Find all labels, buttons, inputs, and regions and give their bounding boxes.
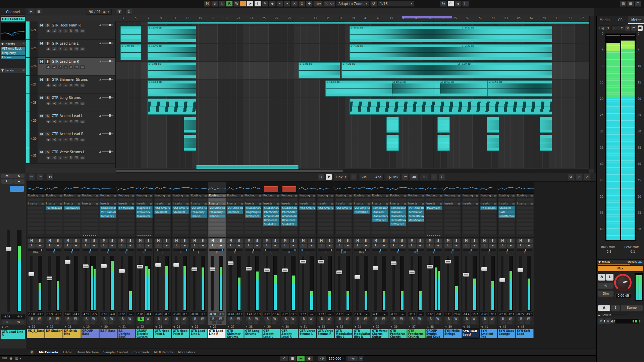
channel-solo-button[interactable]: S	[109, 239, 116, 243]
pan-value[interactable]: C	[226, 251, 244, 254]
inserts-rack-header[interactable]: Inserts▤	[208, 202, 226, 206]
track-control-icon[interactable]: ●	[46, 83, 51, 87]
track-control-icon[interactable]: e	[58, 47, 62, 51]
channel-solo-button[interactable]: S	[344, 239, 352, 243]
insert-slot-empty[interactable]	[64, 222, 80, 226]
automation-write-button[interactable]: W	[290, 317, 297, 321]
channel-mute-button[interactable]: M	[463, 239, 470, 243]
automation-write-button[interactable]: W	[417, 317, 423, 321]
track-header[interactable]: ∿30 MS GTR Accent Lead R ◢ ●◄)e∞RW▤	[26, 130, 115, 148]
channel-listen-button[interactable]: L	[444, 244, 452, 248]
lower-zone-tab-modulators[interactable]: Modulators	[178, 351, 195, 354]
insert-slot-empty[interactable]	[517, 222, 533, 226]
mixer-channel-43[interactable]: Routing▤ Inserts▤ MS Le C -8.85 -19.6 RW…	[516, 182, 534, 338]
audio-event[interactable]	[184, 135, 196, 151]
track-lane[interactable]	[116, 98, 589, 116]
bypass-eq-icon[interactable]	[127, 321, 131, 324]
channel-fader[interactable]	[229, 256, 232, 311]
channel-name-label[interactable]: GTR Modulation Hits L	[335, 329, 353, 338]
insert-slot-empty[interactable]	[136, 218, 153, 222]
routing-slot[interactable]	[100, 198, 116, 202]
peak-db-value[interactable]: -∞	[308, 312, 316, 316]
channel-name-label[interactable]: GTR Accent Lead R	[280, 329, 298, 338]
insert-slot-empty[interactable]	[46, 210, 62, 214]
channel-mute-button[interactable]: M	[481, 239, 488, 243]
insert-slot-empty[interactable]	[191, 222, 207, 226]
track-control-icon[interactable]: ●	[46, 29, 51, 33]
channel-curve-display[interactable]	[262, 182, 280, 194]
routing-slot[interactable]	[154, 198, 171, 202]
channel-solo-button[interactable]: S	[145, 239, 153, 243]
bypass-inserts-icon[interactable]	[375, 321, 379, 324]
bypass-eq-icon[interactable]	[326, 321, 331, 324]
bypass-eq-icon[interactable]	[163, 321, 168, 324]
inserts-rack-header[interactable]: Inserts▤	[27, 202, 45, 206]
channel-mute-button[interactable]: M	[245, 239, 253, 243]
routing-slot[interactable]	[517, 198, 533, 202]
insert-slot-vst-amp-rack[interactable]: VST Amp Rack	[335, 206, 352, 210]
mixer-open-external-icon[interactable]: ⇗	[576, 174, 582, 180]
quantize-option-icon-2[interactable]: e	[455, 1, 462, 7]
bypass-inserts-icon[interactable]	[266, 321, 271, 324]
insert-slot-empty[interactable]	[191, 230, 207, 234]
routing-slot[interactable]	[426, 198, 442, 202]
channel-curve-display[interactable]	[136, 182, 153, 194]
routing-rack-header[interactable]: Routing▤	[371, 194, 389, 198]
channel-solo-button[interactable]: S	[91, 239, 98, 243]
insert-slot-empty[interactable]	[118, 230, 135, 234]
left-strip-e-button[interactable]: e	[13, 179, 25, 184]
peak-db-value[interactable]: -∞	[417, 312, 425, 316]
channel-name-label[interactable]: SYN Bell Lead	[462, 329, 479, 338]
insert-slot-empty[interactable]	[100, 222, 116, 226]
channel-edit-button[interactable]: e	[235, 244, 243, 248]
automation-write-button[interactable]: W	[72, 317, 79, 321]
pan-slider[interactable]	[463, 249, 478, 251]
fader-db-value[interactable]: -9.95	[118, 312, 126, 316]
channel-edit-button[interactable]: e	[308, 244, 316, 248]
glue-tool[interactable]: ~	[284, 1, 290, 7]
bypass-eq-icon[interactable]	[199, 321, 204, 324]
channel-fader[interactable]	[356, 256, 359, 311]
insert-slot-reverence[interactable]: REVerence	[281, 218, 298, 222]
channel-listen-button[interactable]: L	[426, 244, 434, 248]
stop-button[interactable]: ■	[289, 356, 296, 361]
insert-slot-vst-bass-amp[interactable]: VST Bass Amp	[100, 210, 116, 214]
pan-slider[interactable]	[227, 249, 243, 251]
insert-slot-empty[interactable]	[118, 214, 135, 218]
mixer-channel-34[interactable]: Routing▤ Inserts▤ VST Amp RackREVelation…	[353, 182, 371, 338]
pan-slider[interactable]	[246, 249, 261, 251]
track-control-icon[interactable]: ◄)	[52, 120, 57, 123]
pan-slider[interactable]	[427, 249, 442, 251]
automation-read-button[interactable]: R	[337, 317, 343, 321]
channel-solo-button[interactable]: S	[290, 239, 298, 243]
insert-slot-empty[interactable]	[28, 222, 44, 226]
global-m-button[interactable]: M	[204, 1, 211, 7]
track-control-icon[interactable]: ∞	[63, 65, 68, 69]
channel-solo-button[interactable]: S	[308, 239, 316, 243]
insert-slot-empty[interactable]	[444, 218, 461, 222]
track-color-tab[interactable]	[26, 76, 30, 94]
mixer-channel-35[interactable]: Routing▤ Inserts▤ CompressorStudioEQStud…	[371, 182, 389, 338]
mixer-channel-20[interactable]: Routing▤ Inserts▤ CompressorVST Bass Amp…	[99, 182, 117, 338]
channel-eq-curve[interactable]	[1, 23, 25, 40]
automation-read-button[interactable]: R	[427, 317, 434, 321]
routing-slot[interactable]	[227, 198, 243, 202]
inserts-rack-header[interactable]: Inserts▤	[516, 202, 534, 206]
track-color-tab[interactable]	[26, 130, 30, 148]
track-control-icon[interactable]: ●	[46, 47, 51, 51]
channel-fader[interactable]	[139, 256, 141, 311]
bypass-inserts-icon[interactable]	[393, 321, 397, 324]
insert-slot-empty[interactable]	[154, 222, 171, 226]
peak-db-value[interactable]: -26.6	[453, 312, 461, 316]
channel-edit-button[interactable]: e	[163, 244, 171, 248]
bypass-eq-icon[interactable]	[254, 321, 258, 324]
channel-name-label[interactable]: SYN Mello Strings	[443, 329, 461, 338]
track-header[interactable]: ∿26 MS GTR Lead Line R ◢ ●◄)e∞RW▤	[26, 58, 115, 76]
insert-slot-empty[interactable]	[82, 230, 98, 234]
control-room-level-knob[interactable]	[614, 274, 632, 291]
automation-read-button[interactable]: R	[119, 317, 126, 321]
channel-fader[interactable]	[447, 256, 449, 311]
channel-fader[interactable]	[266, 256, 268, 311]
channel-solo-button[interactable]: S	[72, 239, 80, 243]
vertical-zoom-strip[interactable]	[589, 16, 594, 169]
